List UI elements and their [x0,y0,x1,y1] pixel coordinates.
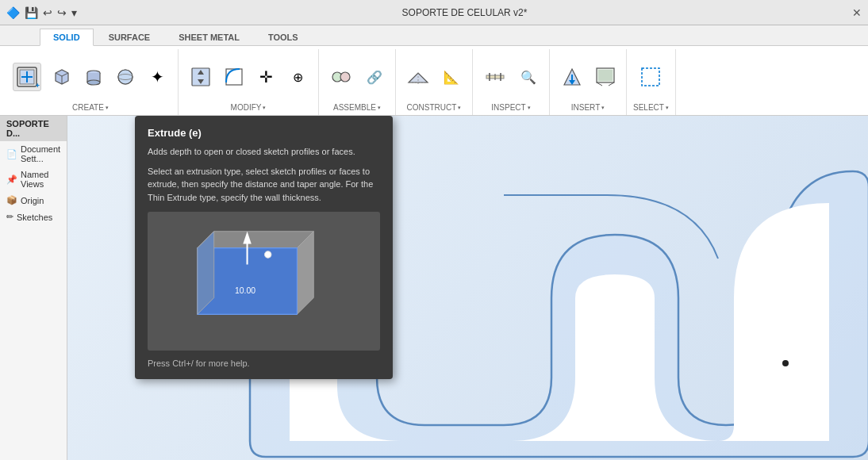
joint-button[interactable] [325,63,357,91]
undo-icon[interactable]: ↩ [43,6,52,19]
sidebar-item-docsettings[interactable]: 📄 Document Sett... [0,141,67,167]
inspect-icons: 🔍 [479,51,543,103]
titlebar: 🔷 💾 ↩ ↪ ▾ SOPORTE DE CELULAR v2* ✕ [0,0,868,25]
new-component-button[interactable]: + [10,61,44,93]
quick-access-toolbar: 🔷 💾 ↩ ↪ ▾ [6,6,77,19]
svg-marker-38 [198,232,314,248]
assemble-label: ASSEMBLE ▾ [333,103,381,113]
redo-icon[interactable]: ↪ [57,6,67,19]
construct-icons: 📐 [402,51,466,103]
viewport[interactable]: Extrude (e) Adds depth to open or closed… [67,116,868,460]
ribbon-group-construct: 📐 CONSTRUCT ▾ [396,49,473,115]
svg-rect-36 [642,68,659,86]
assemble-icons: 🔗 [325,51,389,103]
canvas-button[interactable] [591,64,620,90]
ribbon-group-select: SELECT ▾ [627,49,676,115]
insert-derive-button[interactable] [556,63,588,91]
svg-point-14 [118,70,133,84]
sidebar-item-named-views[interactable]: 📌 Named Views [0,167,67,192]
extrude-tooltip: Extrude (e) Adds depth to open or closed… [135,116,393,379]
named-views-icon: 📌 [6,174,17,185]
special-button[interactable]: ✦ [143,64,171,90]
ribbon-bar: + [0,46,868,116]
assemble-more-button[interactable]: 🔗 [360,64,389,90]
tooltip-preview: 10.00 [148,212,380,351]
construct-label: CONSTRUCT ▾ [407,103,462,113]
save-icon[interactable]: 💾 [25,6,38,19]
sidebar: SOPORTE D... 📄 Document Sett... 📌 Named … [0,116,67,460]
box-button[interactable] [48,64,76,90]
sketches-icon: ✏ [6,212,13,222]
more-icon[interactable]: ▾ [71,6,77,19]
fillet-button[interactable] [220,64,248,90]
tab-surface[interactable]: SURFACE [95,29,164,45]
create-icons: + [10,51,171,103]
tab-solid[interactable]: SOLID [40,29,94,46]
window-title: SOPORTE DE CELULAR v2* [77,7,852,18]
create-label: CREATE ▾ [72,103,109,113]
tooltip-desc2: Select an extrusion type, select sketch … [148,165,380,205]
main-area: SOPORTE D... 📄 Document Sett... 📌 Named … [0,116,868,460]
insert-icons [556,51,620,103]
ribbon-group-inspect: 🔍 INSPECT ▾ [473,49,550,115]
move-button[interactable]: ✛ [252,64,280,90]
tab-sheet-metal[interactable]: SHEET METAL [165,29,253,45]
tooltip-footer: Press Ctrl+/ for more help. [148,358,380,368]
sphere-button[interactable] [111,64,140,90]
tooltip-title: Extrude (e) [148,127,380,139]
select-label: SELECT ▾ [633,103,669,113]
select-icons [635,51,666,103]
app-icon: 🔷 [6,6,20,19]
ribbon-group-modify: ✛ ⊕ MODIFY ▾ [179,49,319,115]
ribbon-group-assemble: 🔗 ASSEMBLE ▾ [319,49,396,115]
modify-label: MODIFY ▾ [231,103,267,113]
sidebar-item-origin[interactable]: 📦 Origin [0,192,67,209]
svg-text:10.00: 10.00 [235,286,255,295]
select-button[interactable] [635,63,666,91]
svg-point-21 [340,72,350,82]
sketch-point [782,360,789,366]
tab-tools[interactable]: TOOLS [255,29,312,45]
measure-button[interactable] [479,63,511,91]
combine-button[interactable]: ⊕ [283,64,312,90]
ribbon-group-create: + [3,49,179,115]
ribbon-group-insert: INSERT ▾ [550,49,627,115]
doc-settings-icon: 📄 [6,149,17,159]
close-button[interactable]: ✕ [852,6,862,19]
construct-more-button[interactable]: 📐 [437,64,466,90]
svg-point-45 [265,251,271,258]
svg-rect-33 [598,70,613,81]
modify-icons: ✛ ⊕ [185,51,312,103]
svg-point-10 [87,80,100,85]
cylinder-button[interactable] [79,64,108,90]
svg-rect-19 [226,69,242,85]
insert-label: INSERT ▾ [571,103,605,113]
inspect-more-button[interactable]: 🔍 [514,64,543,90]
origin-icon: 📦 [6,195,17,205]
tooltip-desc1: Adds depth to open or closed sketch prof… [148,145,380,159]
ribbon-tabs: SOLID SURFACE SHEET METAL TOOLS [0,25,868,46]
push-pull-button[interactable] [185,63,217,91]
sidebar-item-sketches[interactable]: ✏ Sketches [0,209,67,225]
plane-button[interactable] [402,63,434,91]
inspect-label: INSPECT ▾ [491,103,530,113]
project-name: SOPORTE D... [0,116,67,141]
